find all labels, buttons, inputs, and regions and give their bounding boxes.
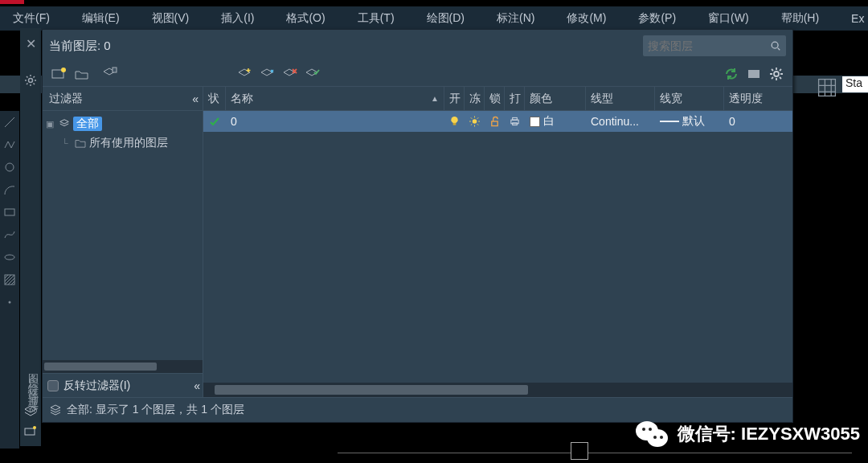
arc-tool-icon[interactable]: [3, 183, 16, 196]
cell-lineweight[interactable]: 默认: [655, 111, 724, 132]
svg-rect-20: [513, 117, 518, 120]
svg-rect-13: [748, 70, 760, 78]
new-layer-button[interactable]: [234, 65, 256, 83]
menu-modify[interactable]: 修改(M): [554, 8, 625, 29]
layerstate-box[interactable]: Sta: [842, 76, 868, 92]
wechat-icon: [636, 420, 669, 449]
cell-on-bulb-icon[interactable]: [444, 111, 465, 132]
menu-view[interactable]: 视图(V): [139, 8, 209, 29]
filter-h-scrollbar[interactable]: [43, 360, 203, 373]
svg-point-11: [61, 68, 66, 72]
collapse-filter-icon[interactable]: «: [192, 92, 196, 105]
menu-tools[interactable]: 工具(T): [345, 8, 414, 29]
refresh-icon[interactable]: [720, 65, 743, 83]
layer-states-button[interactable]: [99, 65, 121, 83]
svg-rect-0: [819, 80, 836, 96]
cell-linetype[interactable]: Continu...: [586, 111, 655, 132]
col-freeze[interactable]: 冻: [465, 87, 485, 110]
menu-format[interactable]: 格式(O): [273, 8, 344, 29]
status-text: 全部: 显示了 1 个图层，共 1 个图层: [67, 403, 244, 417]
circle-tool-icon[interactable]: [3, 161, 16, 174]
set-current-button[interactable]: [301, 65, 324, 83]
menu-edit[interactable]: 编辑(E): [69, 8, 139, 29]
col-lock[interactable]: 锁: [485, 87, 505, 110]
table-row[interactable]: 0 白 Continu...: [203, 111, 792, 132]
menu-draw[interactable]: 绘图(D): [414, 8, 484, 29]
panel-status-bar: 全部: 显示了 1 个图层，共 1 个图层: [43, 398, 792, 422]
col-lineweight[interactable]: 线宽: [655, 87, 724, 110]
settings-icon[interactable]: [765, 65, 788, 83]
folder-icon: [75, 138, 86, 148]
cell-state-current-icon[interactable]: [203, 111, 226, 132]
search-layers[interactable]: [643, 35, 786, 56]
filter-header: 过滤器 «: [43, 87, 203, 111]
menu-help[interactable]: 帮助(H): [768, 8, 838, 29]
svg-point-8: [33, 426, 36, 429]
svg-point-6: [29, 79, 33, 83]
svg-point-14: [774, 72, 779, 76]
cell-color[interactable]: 白: [525, 111, 586, 132]
layer-table: 状 名称 ▲ 开 冻 锁 打 颜色 线型 线宽 透明度 0: [203, 87, 792, 397]
menu-param[interactable]: 参数(P): [625, 8, 695, 29]
hatch-tool-icon[interactable]: [3, 273, 16, 286]
grid-icon[interactable]: [817, 77, 837, 92]
cell-freeze-sun-icon[interactable]: [465, 111, 485, 132]
svg-point-1: [6, 163, 14, 171]
svg-rect-12: [113, 68, 117, 72]
svg-rect-2: [5, 209, 14, 215]
menu-dim[interactable]: 标注(N): [484, 8, 554, 29]
tree-root-all[interactable]: ▣ 全部: [46, 114, 199, 133]
menu-ex[interactable]: Ex: [838, 9, 868, 28]
search-icon[interactable]: [770, 40, 781, 51]
layer-from-object-icon[interactable]: [23, 424, 38, 438]
col-transparency[interactable]: 透明度: [724, 87, 792, 110]
color-swatch: [530, 117, 540, 127]
cell-transparency[interactable]: 0: [724, 111, 792, 132]
cell-plot-printer-icon[interactable]: [505, 111, 525, 132]
svg-rect-16: [453, 123, 457, 125]
col-plot[interactable]: 打: [505, 87, 525, 110]
rectangle-tool-icon[interactable]: [3, 206, 16, 219]
wechat-text: 微信号: IEZYSXW3055: [678, 422, 860, 446]
search-input[interactable]: [648, 39, 767, 52]
tree-used-layers[interactable]: └ 所有使用的图层: [46, 133, 199, 153]
draw-tool-palette: [0, 111, 19, 449]
new-group-filter-button[interactable]: [70, 65, 92, 83]
delete-layer-button[interactable]: [279, 65, 301, 83]
table-h-scrollbar[interactable]: [203, 383, 792, 397]
cell-lock-open-icon[interactable]: [485, 111, 505, 132]
line-tool-icon[interactable]: [3, 116, 16, 129]
svg-point-15: [451, 117, 457, 123]
lineweight-preview: [660, 121, 679, 122]
palette-vertical-title: 图层特性管理器: [26, 365, 40, 399]
filter-tree[interactable]: ▣ 全部 └ 所有使用的图层: [43, 111, 203, 360]
svg-point-9: [772, 42, 778, 48]
gear-icon[interactable]: [24, 74, 37, 87]
invert-filter-checkbox[interactable]: [47, 380, 59, 391]
wechat-watermark: 微信号: IEZYSXW3055: [636, 420, 860, 449]
menu-file[interactable]: 文件(F): [0, 8, 69, 29]
cell-name[interactable]: 0: [226, 111, 444, 132]
menu-window[interactable]: 窗口(W): [695, 8, 768, 29]
ellipse-tool-icon[interactable]: [3, 251, 16, 264]
polyline-tool-icon[interactable]: [3, 138, 16, 151]
col-color[interactable]: 颜色: [525, 87, 586, 110]
point-tool-icon[interactable]: [3, 296, 16, 309]
toggle-overrides-icon[interactable]: [743, 65, 765, 83]
expand-icon[interactable]: ▣: [46, 119, 55, 129]
col-linetype[interactable]: 线型: [586, 87, 655, 110]
new-vp-freeze-layer-button[interactable]: [256, 65, 279, 83]
invert-filter-row[interactable]: 反转过滤器(I) «: [43, 373, 203, 397]
col-state[interactable]: 状: [203, 87, 226, 110]
collapse-bottom-icon[interactable]: «: [194, 379, 198, 392]
col-name[interactable]: 名称 ▲: [226, 87, 444, 110]
close-icon[interactable]: ✕: [23, 33, 39, 55]
layer-stack-icon[interactable]: [23, 404, 38, 419]
menu-insert[interactable]: 插入(I): [208, 8, 273, 29]
col-on[interactable]: 开: [444, 87, 465, 110]
new-prop-filter-button[interactable]: [47, 65, 70, 83]
current-layer-label: 当前图层: 0: [49, 39, 111, 54]
panel-toolbar: [43, 62, 792, 86]
spline-tool-icon[interactable]: [3, 228, 16, 241]
app-logo-fragment: [0, 0, 24, 4]
